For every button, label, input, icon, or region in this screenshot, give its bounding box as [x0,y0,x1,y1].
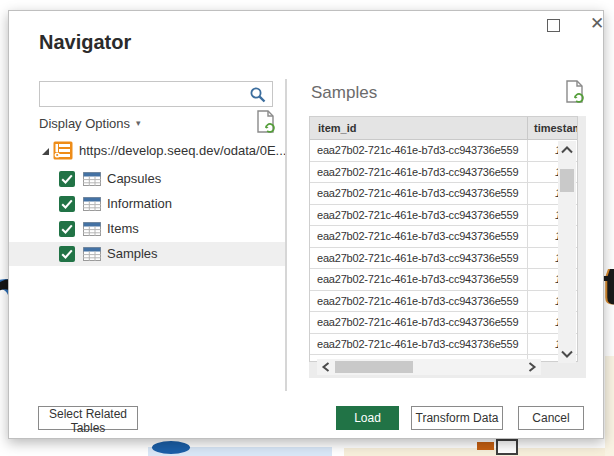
cancel-button[interactable]: Cancel [518,406,584,430]
cell-item-id: eaa27b02-721c-461e-b7d3-cc943736e559 [310,334,528,355]
horizontal-scrollbar-thumb[interactable] [335,361,413,373]
refresh-preview-icon[interactable] [564,79,586,105]
tree-root-odata-feed[interactable]: https://develop.seeq.dev/odata/0E... [9,139,285,163]
cell-item-id: eaa27b02-721c-461e-b7d3-cc943736e559 [310,226,528,247]
table-row: eaa27b02-721c-461e-b7d3-cc943736e5591 [310,269,577,291]
checkbox-checked-icon[interactable] [59,196,75,212]
preview-table: item_id timestam eaa27b02-721c-461e-b7d3… [309,116,578,362]
cell-item-id: eaa27b02-721c-461e-b7d3-cc943736e559 [310,183,528,204]
cell-item-id: eaa27b02-721c-461e-b7d3-cc943736e559 [310,291,528,312]
table-row: eaa27b02-721c-461e-b7d3-cc943736e5591 [310,312,577,334]
table-icon [83,247,101,261]
cell-item-id: eaa27b02-721c-461e-b7d3-cc943736e559 [310,205,528,226]
tree-root-label: https://develop.seeq.dev/odata/0E... [79,143,286,158]
tree-item-capsules[interactable]: Capsules [9,167,285,191]
checkbox-checked-icon[interactable] [59,246,75,262]
expand-collapse-icon[interactable] [41,147,50,156]
table-row: eaa27b02-721c-461e-b7d3-cc943736e5591 [310,291,577,313]
select-related-tables-button[interactable]: Select Related Tables [38,406,138,430]
vertical-scrollbar[interactable] [558,141,576,363]
cell-item-id: eaa27b02-721c-461e-b7d3-cc943736e559 [310,162,528,183]
search-box[interactable] [39,81,273,107]
background-beige-strip-right [605,356,614,456]
table-row: eaa27b02-721c-461e-b7d3-cc943736e5591 [310,140,577,162]
cell-item-id: eaa27b02-721c-461e-b7d3-cc943736e559 [310,248,528,269]
checkbox-checked-icon[interactable] [59,221,75,237]
background-text-fragment-right: t [603,258,614,312]
tree-item-information[interactable]: Information [9,192,285,216]
table-row: eaa27b02-721c-461e-b7d3-cc943736e5591 [310,162,577,184]
cell-item-id: eaa27b02-721c-461e-b7d3-cc943736e559 [310,269,528,290]
navigator-dialog: ✕ Navigator Display Options▾ [8,10,604,439]
screen: n t ✕ Navigator Display Options▾ [0,0,614,456]
preview-table-area: item_id timestam eaa27b02-721c-461e-b7d3… [309,116,586,378]
dialog-title: Navigator [39,31,131,54]
cell-item-id: eaa27b02-721c-461e-b7d3-cc943736e559 [310,140,528,161]
table-row: eaa27b02-721c-461e-b7d3-cc943736e5591 [310,205,577,227]
table-row: eaa27b02-721c-461e-b7d3-cc943736e5591 [310,226,577,248]
load-button[interactable]: Load [336,406,399,430]
checkbox-checked-icon[interactable] [59,171,75,187]
close-icon[interactable]: ✕ [586,13,608,35]
table-row: eaa27b02-721c-461e-b7d3-cc943736e5591 [310,183,577,205]
table-row: eaa27b02-721c-461e-b7d3-cc943736e5591 [310,248,577,270]
refresh-preview-icon[interactable] [255,109,277,135]
scroll-right-icon[interactable] [525,360,539,374]
maximize-icon[interactable] [547,19,560,32]
scroll-left-icon[interactable] [319,360,333,374]
vertical-scrollbar-thumb[interactable] [560,169,574,192]
table-icon [83,172,101,186]
preview-title: Samples [311,83,377,103]
panel-divider [285,79,287,391]
background-outlined-square [496,439,518,455]
column-header-item-id: item_id [310,117,528,139]
cell-item-id: eaa27b02-721c-461e-b7d3-cc943736e559 [310,312,528,333]
tree-item-items[interactable]: Items [9,217,285,241]
horizontal-scrollbar[interactable] [317,359,541,375]
column-header-timestamp: timestam [528,117,577,139]
display-options-label: Display Options [39,116,130,131]
search-icon[interactable] [249,86,267,104]
scroll-down-icon[interactable] [559,347,575,361]
tree-item-label: Items [107,221,139,236]
transform-data-button[interactable]: Transform Data [411,406,503,430]
table-icon [83,197,101,211]
scroll-up-icon[interactable] [559,143,575,157]
odata-feed-icon [53,141,73,160]
tree-item-samples[interactable]: Samples [9,242,285,266]
display-options-dropdown[interactable]: Display Options▾ [39,114,279,136]
table-row: eaa27b02-721c-461e-b7d3-cc943736e5591 [310,334,577,356]
tree-item-label: Information [107,196,172,211]
search-input[interactable] [46,83,246,105]
tree-item-label: Capsules [107,171,161,186]
table-icon [83,222,101,236]
tree-item-label: Samples [107,246,158,261]
table-header-row: item_id timestam [310,117,577,140]
preview-table-body: eaa27b02-721c-461e-b7d3-cc943736e5591eaa… [310,140,577,362]
chevron-down-icon: ▾ [136,118,141,128]
background-blue-ellipse [152,441,190,454]
background-orange-shape [477,442,494,450]
